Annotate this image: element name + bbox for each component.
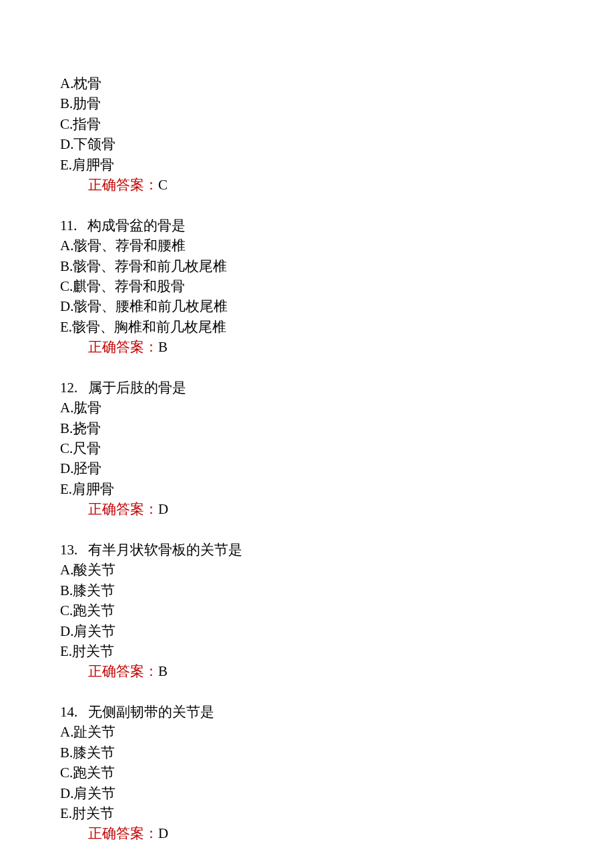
question-number: 11.	[60, 218, 77, 234]
option-e: E.骸骨、胸椎和前几枚尾椎	[60, 317, 554, 337]
answer-label: 正确答案：	[88, 177, 158, 193]
option-b: B.膝关节	[60, 580, 554, 600]
option-a: A.趾关节	[60, 722, 554, 742]
question-line: 13. 有半月状软骨板的关节是	[60, 540, 554, 560]
answer-label: 正确答案：	[88, 501, 158, 517]
answer-value: D	[158, 825, 168, 841]
question-10-partial: A.枕骨 B.肋骨 C.指骨 D.下颌骨 E.肩胛骨 正确答案：C	[60, 73, 554, 195]
option-e: E.肩胛骨	[60, 479, 554, 499]
option-d: D.胫骨	[60, 458, 554, 478]
option-d: D.下颌骨	[60, 134, 554, 154]
answer-value: B	[158, 663, 168, 679]
question-text: 无侧副韧带的关节是	[88, 704, 214, 720]
answer-value: B	[158, 339, 168, 355]
answer-label: 正确答案：	[88, 339, 158, 355]
option-e: E.肘关节	[60, 803, 554, 823]
question-text: 构成骨盆的骨是	[87, 218, 186, 234]
option-d: D.肩关节	[60, 783, 554, 803]
option-c: C.麒骨、荐骨和股骨	[60, 276, 554, 296]
question-text: 有半月状软骨板的关节是	[88, 542, 242, 558]
question-line: 12. 属于后肢的骨是	[60, 378, 554, 398]
question-12: 12. 属于后肢的骨是 A.肱骨 B.挠骨 C.尺骨 D.胫骨 E.肩胛骨 正确…	[60, 378, 554, 520]
answer-line: 正确答案：B	[60, 661, 554, 681]
option-a: A.骸骨、荐骨和腰椎	[60, 236, 554, 256]
option-b: B.挠骨	[60, 418, 554, 438]
answer-line: 正确答案：D	[60, 823, 554, 843]
question-11: 11. 构成骨盆的骨是 A.骸骨、荐骨和腰椎 B.骸骨、荐骨和前几枚尾椎 C.麒…	[60, 215, 554, 358]
option-c: C.跑关节	[60, 600, 554, 620]
option-b: B.膝关节	[60, 743, 554, 763]
option-a: A.肱骨	[60, 398, 554, 418]
answer-label: 正确答案：	[88, 663, 158, 679]
option-e: E.肩胛骨	[60, 155, 554, 175]
question-number: 12.	[60, 380, 77, 396]
option-b: B.骸骨、荐骨和前几枚尾椎	[60, 256, 554, 276]
option-d: D.肩关节	[60, 621, 554, 641]
option-e: E.肘关节	[60, 641, 554, 661]
question-13: 13. 有半月状软骨板的关节是 A.酸关节 B.膝关节 C.跑关节 D.肩关节 …	[60, 540, 554, 682]
answer-label: 正确答案：	[88, 825, 158, 841]
question-number: 14.	[60, 704, 77, 720]
answer-line: 正确答案：C	[60, 175, 554, 195]
option-a: A.枕骨	[60, 73, 554, 93]
option-c: C.指骨	[60, 114, 554, 134]
question-number: 13.	[60, 542, 77, 558]
option-c: C.跑关节	[60, 763, 554, 783]
option-d: D.骸骨、腰椎和前几枚尾椎	[60, 296, 554, 316]
question-text: 属于后肢的骨是	[88, 380, 186, 396]
question-line: 11. 构成骨盆的骨是	[60, 215, 554, 236]
question-14: 14. 无侧副韧带的关节是 A.趾关节 B.膝关节 C.跑关节 D.肩关节 E.…	[60, 702, 554, 844]
option-a: A.酸关节	[60, 560, 554, 580]
answer-line: 正确答案：D	[60, 499, 554, 519]
answer-value: D	[158, 501, 168, 517]
question-line: 14. 无侧副韧带的关节是	[60, 702, 554, 722]
option-b: B.肋骨	[60, 93, 554, 113]
answer-line: 正确答案：B	[60, 337, 554, 357]
option-c: C.尺骨	[60, 438, 554, 458]
answer-value: C	[158, 177, 168, 193]
